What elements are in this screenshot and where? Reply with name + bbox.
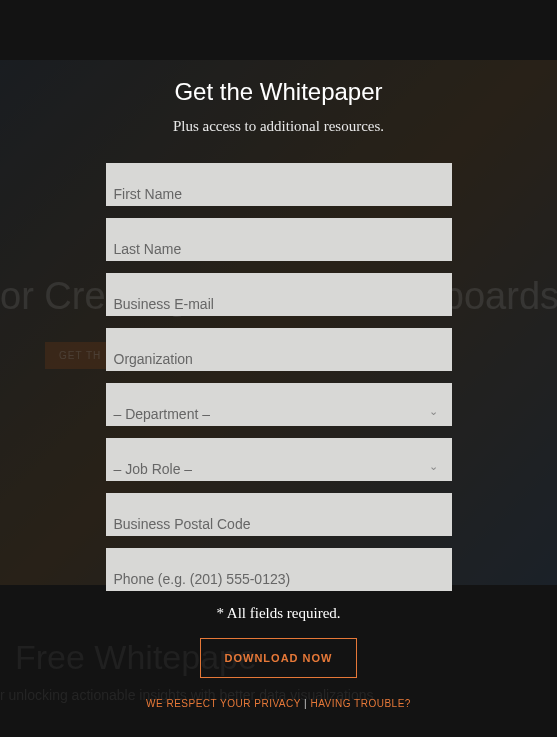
phone-field[interactable]: Phone (e.g. (201) 555-0123)	[106, 548, 452, 591]
last-name-label: Last Name	[114, 241, 182, 261]
chevron-down-icon: ⌄	[429, 460, 444, 481]
last-name-field[interactable]: Last Name	[106, 218, 452, 261]
postal-label: Business Postal Code	[114, 516, 251, 536]
first-name-label: First Name	[114, 186, 182, 206]
modal-subtitle: Plus access to additional resources.	[0, 118, 557, 135]
organization-label: Organization	[114, 351, 193, 371]
chevron-down-icon: ⌄	[429, 405, 444, 426]
job-role-label: – Job Role –	[114, 461, 193, 481]
whitepaper-modal: Get the Whitepaper Plus access to additi…	[0, 0, 557, 709]
download-button[interactable]: DOWNLOAD NOW	[200, 638, 358, 678]
postal-code-field[interactable]: Business Postal Code	[106, 493, 452, 536]
modal-title: Get the Whitepaper	[0, 78, 557, 106]
required-note: * All fields required.	[0, 605, 557, 622]
first-name-field[interactable]: First Name	[106, 163, 452, 206]
organization-field[interactable]: Organization	[106, 328, 452, 371]
email-label: Business E-mail	[114, 296, 214, 316]
footer-links: WE RESPECT YOUR PRIVACY | HAVING TROUBLE…	[0, 698, 557, 709]
lead-form: First Name Last Name Business E-mail Org…	[106, 163, 452, 591]
privacy-link[interactable]: WE RESPECT YOUR PRIVACY	[146, 698, 301, 709]
department-label: – Department –	[114, 406, 211, 426]
phone-label: Phone (e.g. (201) 555-0123)	[114, 571, 291, 591]
email-field[interactable]: Business E-mail	[106, 273, 452, 316]
department-select[interactable]: – Department – ⌄	[106, 383, 452, 426]
job-role-select[interactable]: – Job Role – ⌄	[106, 438, 452, 481]
trouble-link[interactable]: HAVING TROUBLE?	[310, 698, 411, 709]
